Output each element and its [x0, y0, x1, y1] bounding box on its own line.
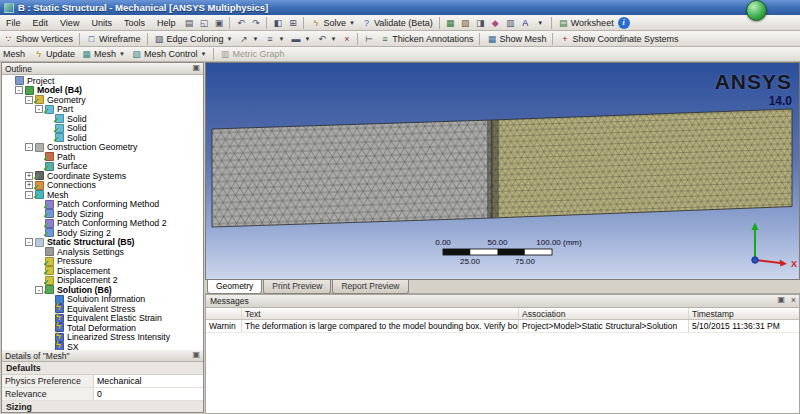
tree-item-body-sizing-2[interactable]: ✓Body Sizing 2: [2, 228, 203, 238]
show-coordinate-systems-button[interactable]: +Show Coordinate Systems: [556, 33, 681, 45]
messages-column-severity[interactable]: [206, 308, 242, 319]
collapse-box-icon[interactable]: -: [25, 143, 33, 151]
mesh-control-dropdown[interactable]: ▧Mesh Control▼: [128, 48, 209, 60]
collapse-box-icon[interactable]: -: [25, 96, 33, 104]
load-icon: ✓: [45, 257, 54, 266]
tree-item-linearized-stress-intensity[interactable]: ϟLinearized Stress Intensity: [2, 333, 203, 343]
messages-column-text[interactable]: Text: [242, 308, 519, 319]
collapse-box-icon[interactable]: -: [25, 238, 33, 246]
details-row-relevance[interactable]: Relevance0: [2, 388, 203, 401]
undo-icon[interactable]: ↶: [234, 16, 247, 29]
collapse-box-icon[interactable]: -: [35, 105, 43, 113]
mesh-dropdown[interactable]: ▦Mesh▼: [78, 48, 128, 60]
edge-display-dropdown[interactable]: ▬▼: [287, 33, 313, 45]
viewport-canvas[interactable]: 0.00 50.00 100.00 (mm) 25.00 75.00 X: [206, 63, 800, 280]
tree-item-patch-conforming-method-2[interactable]: ✓Patch Conforming Method 2: [2, 219, 203, 229]
tree-item-displacement-2[interactable]: ✓Displacement 2: [2, 276, 203, 286]
tree-item-static-structural-b5[interactable]: -Static Structural (B5): [2, 238, 203, 248]
worksheet-button[interactable]: ▤Worksheet: [555, 17, 617, 29]
collapse-box-icon[interactable]: -: [25, 191, 33, 199]
bolt-overlay-icon: ϟ: [56, 341, 61, 350]
context-toolbar-label: Mesh: [0, 49, 30, 59]
menu-help[interactable]: Help: [151, 17, 182, 29]
tree-item-construction-geometry[interactable]: -Construction Geometry: [2, 143, 203, 153]
tree-item-coordinate-systems[interactable]: +✓Coordinate Systems: [2, 171, 203, 181]
message-row[interactable]: WarninThe deformation is large compared …: [206, 320, 799, 333]
ruler-icon[interactable]: ⊢: [362, 32, 375, 45]
pin-icon[interactable]: ▣: [777, 295, 785, 304]
pin-icon[interactable]: ▣: [192, 350, 200, 359]
show-mesh-button[interactable]: ▦Show Mesh: [483, 33, 549, 45]
object-generator-icon[interactable]: ◧: [271, 16, 284, 29]
expand-box-icon[interactable]: +: [25, 172, 33, 180]
tab-report-preview[interactable]: Report Preview: [332, 280, 408, 294]
close-icon[interactable]: ×: [791, 295, 796, 305]
tree-item-solid[interactable]: ✓Solid: [2, 114, 203, 124]
record-indicator[interactable]: [746, 0, 767, 21]
menu-edit[interactable]: Edit: [27, 17, 55, 29]
titlebar[interactable]: B : Static Structural - Mechanical [ANSY…: [0, 0, 800, 15]
tree-item-path[interactable]: ✓Path: [2, 152, 203, 162]
tree-item-solid[interactable]: ✓Solid: [2, 124, 203, 134]
edge-reset-icon: ↶: [316, 34, 327, 44]
graphics-viewport[interactable]: 0.00 50.00 100.00 (mm) 25.00 75.00 X ANS…: [205, 62, 800, 280]
tree-item-mesh[interactable]: -✓Mesh: [2, 190, 203, 200]
tree-item-body-sizing[interactable]: ✓Body Sizing: [2, 209, 203, 219]
tree-item-geometry[interactable]: -✓Geometry: [2, 95, 203, 105]
image-capture-icon[interactable]: ◨: [474, 16, 487, 29]
thicken-annotations-button[interactable]: ≡Thicken Annotations: [376, 33, 476, 45]
solve-button[interactable]: ϟSolve▼: [307, 17, 357, 29]
menu-file[interactable]: File: [0, 17, 27, 29]
orientation-triad[interactable]: X: [752, 223, 798, 270]
edge-direction-dropdown[interactable]: ↗▼: [236, 33, 262, 45]
new-chart-icon[interactable]: ▦: [444, 16, 457, 29]
duplicate-icon[interactable]: ⊞: [286, 16, 299, 29]
mesh-model[interactable]: [212, 109, 792, 227]
tree-item-solid[interactable]: ✓Solid: [2, 133, 203, 143]
tag-icon[interactable]: ◆: [489, 16, 502, 29]
save-icon[interactable]: ▣: [212, 16, 225, 29]
tree-item-sx[interactable]: ϟSX: [2, 342, 203, 350]
edge-coloring-dropdown[interactable]: ▨Edge Coloring▼: [151, 33, 236, 45]
details-section-sizing[interactable]: Sizing: [2, 401, 203, 412]
info-icon[interactable]: i: [618, 17, 630, 29]
details-row-physics-preference[interactable]: Physics PreferenceMechanical: [2, 375, 203, 388]
tree-item-surface[interactable]: ✓Surface: [2, 162, 203, 172]
annotation-letter-icon[interactable]: A: [519, 16, 532, 29]
menu-view[interactable]: View: [54, 17, 85, 29]
menu-units[interactable]: Units: [85, 17, 118, 29]
tab-geometry[interactable]: Geometry: [207, 280, 262, 294]
tree-item-solution-b6[interactable]: -✓Solution (B6): [2, 285, 203, 295]
tree-item-solution-information[interactable]: Solution Information: [2, 295, 203, 305]
tree-item-displacement[interactable]: ✓Displacement: [2, 266, 203, 276]
collapse-box-icon[interactable]: -: [35, 286, 43, 294]
messages-column-association[interactable]: Association: [519, 308, 689, 319]
tree-item-equivalent-stress[interactable]: ϟEquivalent Stress: [2, 304, 203, 314]
pin-icon[interactable]: ▣: [192, 63, 200, 72]
comment-icon[interactable]: ▥: [504, 16, 517, 29]
menu-tools[interactable]: Tools: [118, 17, 151, 29]
messages-column-timestamp[interactable]: Timestamp: [689, 308, 799, 319]
update-button[interactable]: ϟUpdate: [30, 48, 78, 60]
tab-print-preview[interactable]: Print Preview: [263, 280, 331, 294]
clear-edges-icon[interactable]: ×: [340, 32, 353, 45]
open-file-icon[interactable]: ◱: [197, 16, 210, 29]
expand-box-icon[interactable]: +: [25, 181, 33, 189]
annotation-dropdown[interactable]: ▼: [534, 16, 547, 29]
tree-item-pressure[interactable]: ✓Pressure: [2, 257, 203, 267]
tree-item-analysis-settings[interactable]: Analysis Settings: [2, 247, 203, 257]
tree-item-project[interactable]: Project: [2, 76, 203, 86]
wireframe-button[interactable]: □Wireframe: [83, 33, 144, 45]
redo-icon[interactable]: ↷: [249, 16, 262, 29]
validate-button[interactable]: ?Validate (Beta): [358, 17, 436, 29]
collapse-box-icon[interactable]: -: [15, 86, 23, 94]
new-figure-icon[interactable]: ▨: [459, 16, 472, 29]
edge-thickness-dropdown[interactable]: ≡▼: [262, 33, 288, 45]
details-section-defaults[interactable]: Defaults: [2, 362, 203, 375]
tree-item-model-b4[interactable]: -Model (B4): [2, 86, 203, 96]
new-file-icon[interactable]: ▤: [182, 16, 195, 29]
edge-reset-dropdown[interactable]: ↶▼: [313, 33, 339, 45]
show-vertices-button[interactable]: ∵Show Vertices: [0, 33, 76, 45]
tree-item-equivalent-elastic-strain[interactable]: ϟEquivalent Elastic Strain: [2, 314, 203, 324]
tree-item-total-deformation[interactable]: ϟTotal Deformation: [2, 323, 203, 333]
